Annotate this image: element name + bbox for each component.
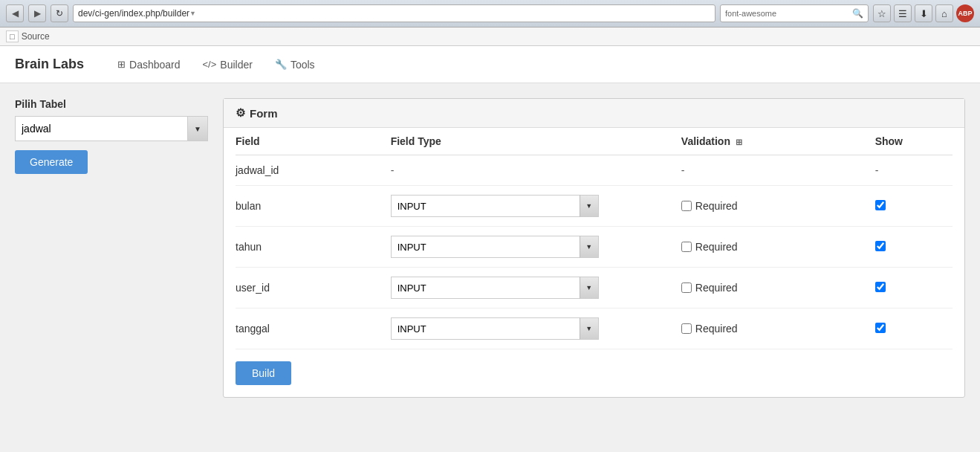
- col-validation: Validation ⊞: [681, 128, 875, 155]
- required-check-wrapper: Required: [681, 241, 869, 253]
- left-panel: Pilih Tabel jadwal ▼ Generate: [15, 98, 208, 398]
- browser-chrome: ◀ ▶ ↻ dev/ci-gen/index.php/builder ▼ fon…: [0, 0, 980, 28]
- required-label: Required: [695, 282, 738, 294]
- source-icon: □: [6, 30, 19, 42]
- nav-item-builder[interactable]: </> Builder: [192, 46, 264, 83]
- field-type-cell: INPUT ▼: [391, 186, 681, 227]
- builder-icon: </>: [203, 59, 217, 70]
- field-type-select-wrapper: INPUT ▼: [391, 236, 599, 258]
- star-button[interactable]: ☆: [873, 4, 891, 22]
- show-cell: [875, 227, 953, 268]
- required-check-wrapper: Required: [681, 200, 869, 212]
- field-type-select[interactable]: INPUT: [391, 277, 599, 299]
- show-cell: [875, 309, 953, 349]
- validation-cell: Required: [681, 227, 875, 268]
- nav-builder-label: Builder: [220, 59, 253, 71]
- show-cell: [875, 268, 953, 309]
- required-label: Required: [695, 200, 738, 212]
- required-check-wrapper: Required: [681, 282, 869, 294]
- generate-button[interactable]: Generate: [15, 150, 88, 174]
- form-gear-icon: ⚙: [236, 106, 245, 120]
- table-row: bulan INPUT ▼ R: [236, 186, 953, 227]
- field-type-cell: -: [391, 155, 681, 186]
- field-type-select-wrapper: INPUT ▼: [391, 277, 599, 299]
- form-header-label: Form: [250, 107, 278, 120]
- validation-cell: Required: [681, 268, 875, 309]
- dashboard-icon: ⊞: [117, 59, 126, 70]
- show-check-wrapper: [875, 282, 947, 294]
- show-checkbox[interactable]: [875, 200, 886, 210]
- col-field: Field: [236, 128, 391, 155]
- table-row: user_id INPUT ▼: [236, 268, 953, 309]
- validation-cell: -: [681, 155, 875, 186]
- show-checkbox[interactable]: [875, 282, 886, 292]
- build-area: Build: [224, 349, 964, 397]
- app-nav: Brain Labs ⊞ Dashboard </> Builder 🔧 Too…: [0, 46, 980, 83]
- validation-cell: Required: [681, 309, 875, 349]
- show-check-wrapper: [875, 241, 947, 254]
- required-label: Required: [695, 323, 738, 335]
- field-type-select-wrapper: INPUT ▼: [391, 317, 599, 340]
- main-content: Pilih Tabel jadwal ▼ Generate ⚙ Form Fie…: [0, 83, 980, 413]
- field-name: tahun: [236, 227, 391, 268]
- required-checkbox[interactable]: [681, 282, 692, 293]
- required-checkbox[interactable]: [681, 242, 692, 252]
- search-bar[interactable]: font-awesome 🔍: [720, 4, 869, 22]
- build-button[interactable]: Build: [236, 361, 291, 385]
- required-check-wrapper: Required: [681, 323, 869, 335]
- field-type-cell: INPUT ▼: [391, 268, 681, 309]
- nav-tools-label: Tools: [291, 59, 315, 71]
- required-checkbox[interactable]: [681, 323, 692, 334]
- col-show: Show: [875, 128, 953, 155]
- field-name: tanggal: [236, 309, 391, 349]
- reload-button[interactable]: ↻: [51, 4, 68, 22]
- download-button[interactable]: ⬇: [915, 4, 932, 22]
- field-type-cell: INPUT ▼: [391, 309, 681, 349]
- form-table-wrap: Field Field Type Validation ⊞ Show jadwa…: [224, 128, 964, 349]
- show-cell: -: [875, 155, 953, 186]
- field-name: user_id: [236, 268, 391, 309]
- field-type-select[interactable]: INPUT: [391, 236, 599, 258]
- pilih-tabel-label: Pilih Tabel: [15, 98, 208, 110]
- form-panel: ⚙ Form Field Field Type Validation ⊞ Sho…: [223, 98, 965, 398]
- table-row: tahun INPUT ▼ R: [236, 227, 953, 268]
- nav-item-dashboard[interactable]: ⊞ Dashboard: [106, 46, 192, 83]
- show-cell: [875, 186, 953, 227]
- table-row: jadwal_id - - -: [236, 155, 953, 186]
- show-checkbox[interactable]: [875, 323, 886, 333]
- field-type-select-wrapper: INPUT ▼: [391, 195, 599, 217]
- forward-button[interactable]: ▶: [28, 4, 46, 22]
- required-label: Required: [695, 241, 738, 253]
- show-checkbox[interactable]: [875, 241, 886, 251]
- field-type-select[interactable]: INPUT: [391, 195, 599, 217]
- back-button[interactable]: ◀: [6, 4, 24, 22]
- address-bar[interactable]: dev/ci-gen/index.php/builder ▼: [73, 4, 715, 22]
- field-name: jadwal_id: [236, 155, 391, 186]
- table-select-wrapper: jadwal ▼: [15, 116, 208, 141]
- table-select[interactable]: jadwal: [15, 116, 208, 141]
- nav-item-tools[interactable]: 🔧 Tools: [264, 46, 326, 83]
- list-button[interactable]: ☰: [894, 4, 912, 22]
- show-check-wrapper: [875, 200, 947, 213]
- source-bar: □ Source: [0, 28, 980, 46]
- validation-info-icon: ⊞: [736, 138, 742, 146]
- form-table: Field Field Type Validation ⊞ Show jadwa…: [236, 128, 953, 349]
- browser-icons: ☆ ☰ ⬇ ⌂ ABP: [873, 4, 974, 22]
- validation-cell: Required: [681, 186, 875, 227]
- field-name: bulan: [236, 186, 391, 227]
- nav-dashboard-label: Dashboard: [129, 59, 181, 71]
- source-label[interactable]: Source: [22, 31, 50, 42]
- form-header: ⚙ Form: [224, 99, 964, 128]
- app-brand: Brain Labs: [15, 56, 84, 72]
- abp-badge[interactable]: ABP: [956, 4, 974, 22]
- tools-icon: 🔧: [275, 59, 287, 70]
- col-field-type: Field Type: [391, 128, 681, 155]
- home-button[interactable]: ⌂: [935, 4, 953, 22]
- required-checkbox[interactable]: [681, 201, 692, 211]
- field-type-select[interactable]: INPUT: [391, 317, 599, 340]
- table-row: tanggal INPUT ▼: [236, 309, 953, 349]
- search-icon: 🔍: [852, 8, 863, 19]
- field-type-cell: INPUT ▼: [391, 227, 681, 268]
- show-check-wrapper: [875, 323, 947, 335]
